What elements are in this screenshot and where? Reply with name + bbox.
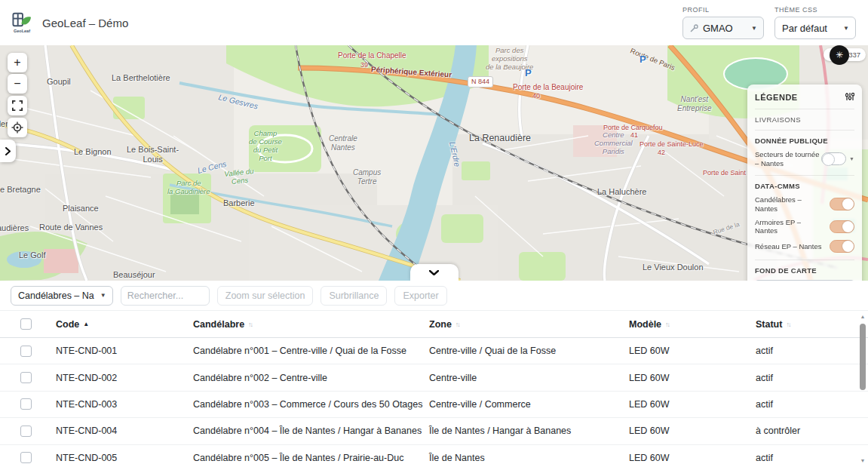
column-header-code[interactable]: Code▲ <box>52 319 189 330</box>
map-label: N 844 <box>468 76 493 88</box>
cell-code: NTE-CND-001 <box>52 346 189 356</box>
row-checkbox[interactable] <box>20 398 32 410</box>
cell-zone: Île de Nantes <box>425 453 625 463</box>
cell-modele: LED 60W <box>625 453 752 463</box>
export-button[interactable]: Exporter <box>394 286 446 306</box>
cell-candelabre: Candélabre n°001 – Centre-ville / Quai d… <box>189 346 425 356</box>
layer-toggle[interactable] <box>830 240 854 253</box>
collapse-table-button[interactable] <box>410 264 459 281</box>
table-scrollbar[interactable]: ▲ ▼ <box>858 313 867 465</box>
map-label: Parc des expositions de la Beaujoire <box>486 47 533 72</box>
map-label: Champ de Course du Petit Port <box>249 130 282 163</box>
app-logo: GeoLeaf <box>12 12 32 33</box>
select-all-checkbox[interactable] <box>20 318 32 330</box>
chevron-right-icon <box>5 147 11 155</box>
map-label: Campus Tertre <box>353 168 381 186</box>
theme-select[interactable]: Par défaut ▼ <box>774 17 856 39</box>
cell-statut: actif <box>752 346 868 356</box>
column-header-statut[interactable]: Statut↑↓ <box>752 319 868 330</box>
cell-modele: LED 60W <box>625 426 752 436</box>
chevron-down-icon <box>429 270 439 275</box>
layer-toggle[interactable] <box>830 198 854 210</box>
column-header-modle[interactable]: Modèle↑↓ <box>625 319 752 330</box>
map-label: Porte de Saint <box>703 169 746 177</box>
map-label: Barberie <box>223 198 255 208</box>
table-row[interactable]: NTE-CND-002Candélabre n°002 – Centre-vil… <box>0 364 868 391</box>
cell-candelabre: Candélabre n°004 – Île de Nantes / Hanga… <box>189 426 425 436</box>
layer-toggle[interactable] <box>821 152 846 165</box>
highlight-button[interactable]: Surbrillance <box>321 286 387 306</box>
map-label: L'Erdre <box>448 141 462 167</box>
map-label: Plaisance <box>63 204 99 214</box>
cell-statut: actif <box>752 453 868 463</box>
cell-statut: actif <box>752 373 868 383</box>
column-header-zone[interactable]: Zone↑↓ <box>425 319 625 330</box>
map-label: Goupil <box>47 77 71 87</box>
scroll-up-icon[interactable]: ▲ <box>860 313 866 321</box>
map-label: 41 <box>630 131 638 139</box>
map-label: 42 <box>658 149 665 156</box>
map-label: Le Bois-Saint- Louis <box>127 145 179 164</box>
zoom-selection-button[interactable]: Zoom sur sélection <box>217 286 314 306</box>
locate-icon <box>11 121 23 134</box>
scrollbar-thumb[interactable] <box>860 324 866 390</box>
cell-candelabre: Candélabre n°005 – Île de Nantes / Prair… <box>189 453 425 463</box>
map-label: Route de Vannes <box>39 223 103 232</box>
sort-icon: ↑↓ <box>786 321 790 328</box>
map-label: audières <box>0 223 29 233</box>
sort-icon: ↑↓ <box>248 321 252 328</box>
map-settings-button[interactable]: ✳ <box>830 45 849 65</box>
search-input[interactable] <box>121 286 210 306</box>
map-label: La Renaudière <box>469 133 531 143</box>
map-label: La Berthelotière <box>112 73 170 83</box>
app-header: GeoLeaf GeoLeaf – Démo PROFIL GMAO ▼ THÈ… <box>0 0 868 45</box>
table-row[interactable]: NTE-CND-003Candélabre n°003 – Commerce /… <box>0 392 868 418</box>
row-checkbox[interactable] <box>20 346 32 357</box>
cell-zone: Centre-ville / Quai de la Fosse <box>425 346 625 356</box>
map-label: 39 <box>360 61 368 69</box>
layer-label: Secteurs de tournée – Nantes <box>755 150 821 168</box>
row-checkbox[interactable] <box>20 426 32 437</box>
basemap-select[interactable]: Street ▼ <box>755 280 854 281</box>
fullscreen-button[interactable] <box>8 96 27 115</box>
legend-panel: LÉGENDE LIVRAISONS DONNÉE PUBLIQUE Secte… <box>747 84 862 281</box>
map-label: Beauséjour <box>113 270 155 280</box>
map-label: Parc de la Gaudinière <box>167 180 210 196</box>
features-table: Code▲Candélabre↑↓Zone↑↓Modèle↑↓Statut↑↓ … <box>0 311 868 467</box>
legend-section-fond-de-carte: FOND DE CARTE <box>755 260 854 278</box>
map-label: Le Cens <box>197 159 228 175</box>
cell-modele: LED 60W <box>625 373 752 383</box>
chevron-down-icon: ▼ <box>843 25 849 32</box>
profile-select[interactable]: GMAO ▼ <box>682 17 764 39</box>
map-label: Centrale Nantes <box>329 134 357 152</box>
map-label: Porte de Carquefou <box>603 124 663 131</box>
chevron-down-icon: ▼ <box>751 25 757 32</box>
layer-toggle[interactable] <box>830 220 854 233</box>
map-label: Porte de la Chapelle <box>338 51 406 60</box>
cell-zone: Centre-ville <box>425 373 625 383</box>
table-row[interactable]: NTE-CND-001Candélabre n°001 – Centre-vil… <box>0 338 868 364</box>
map-label: Centre Commercial Paridis <box>594 131 633 156</box>
zoom-in-button[interactable]: + <box>8 53 27 72</box>
table-row[interactable]: NTE-CND-004Candélabre n°004 – Île de Nan… <box>0 418 868 444</box>
map-label: Route de Paris <box>629 47 676 72</box>
map-label: 40 <box>532 92 540 100</box>
column-header-candlabre[interactable]: Candélabre↑↓ <box>189 319 425 330</box>
layer-select[interactable]: Candélabres – Na ▼ <box>11 286 113 306</box>
row-checkbox[interactable] <box>20 372 32 383</box>
layer-options-caret[interactable]: ▼ <box>849 156 854 161</box>
cell-code: NTE-CND-003 <box>52 399 189 410</box>
locate-button[interactable] <box>8 118 27 137</box>
scroll-down-icon[interactable]: ▼ <box>860 457 866 465</box>
zoom-out-button[interactable]: − <box>8 74 27 94</box>
row-checkbox[interactable] <box>20 452 32 463</box>
layer-label: Candélabres – Nantes <box>755 195 824 214</box>
table-header-row: Code▲Candélabre↑↓Zone↑↓Modèle↑↓Statut↑↓ <box>0 311 868 338</box>
map-label: Porte de Sainte-Luce <box>639 140 704 148</box>
map-labels: GoupilLa BerthelotièreValentineLe Bignon… <box>0 45 868 281</box>
map-label: Périphérique Extérieur <box>371 65 452 79</box>
filter-sliders-icon[interactable] <box>845 92 854 103</box>
sidebar-expand-button[interactable] <box>0 140 16 162</box>
map-canvas[interactable]: GoupilLa BerthelotièreValentineLe Bignon… <box>0 45 868 281</box>
table-row[interactable]: NTE-CND-005Candélabre n°005 – Île de Nan… <box>0 445 868 467</box>
